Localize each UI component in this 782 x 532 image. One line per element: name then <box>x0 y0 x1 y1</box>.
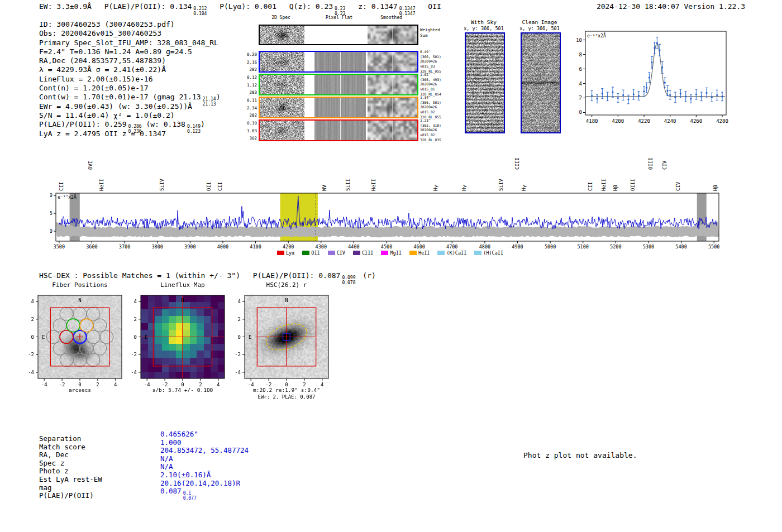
row-annotation: 0.49"(366, 501)20200426v015_03328_RL_055 <box>420 50 441 74</box>
row-annotation-line: 20200426 <box>420 59 441 64</box>
match-value-text: N/A <box>160 462 173 471</box>
y-tick-label: 4 <box>579 81 582 87</box>
x-tick-label: 3700 <box>119 244 130 249</box>
x-tick-label: 4300 <box>316 244 327 249</box>
spectrum-legend: LyαOIICIVCIIIMgIIHeII(K)CaII(H)CaII <box>56 250 724 256</box>
x-tick-label: 4240 <box>664 118 676 124</box>
match-row-value: N/A <box>160 463 249 471</box>
line-marker-label: Hγ <box>433 185 438 191</box>
info-text: RA,Dec (204.853577,55.487839) <box>39 56 166 65</box>
match-row-label: Separation <box>39 435 102 443</box>
row-annotation-line: (365, 318) <box>420 123 441 128</box>
plae-value: P(LAE)/P(OII): 0.134 <box>104 2 192 11</box>
fiber-stat: 282 <box>242 66 257 74</box>
compass-north: N <box>78 298 81 303</box>
info-text: Primary Spec_Slot_IFU_AMP: 328_083_048_R… <box>39 39 218 47</box>
fiber-stat: 302 <box>242 135 257 142</box>
info-line: Primary Spec_Slot_IFU_AMP: 328_083_048_R… <box>39 39 221 47</box>
match-row-value: N/A <box>160 455 249 463</box>
x-tick-label: 3800 <box>151 244 163 249</box>
y-tick-label: 0 <box>238 334 241 340</box>
clean-image-title: Clean Image <box>515 19 564 25</box>
y-tick-label: 0 <box>50 228 53 234</box>
info-line: LineFlux = 2.00(±0.15)e-16 <box>39 75 221 84</box>
y-tick-label: -4 <box>28 370 34 375</box>
legend-label: OII <box>311 250 320 256</box>
spec2d-row <box>259 51 418 73</box>
line-marker-label: CII <box>59 182 64 191</box>
x-tick-label: 4280 <box>716 118 728 124</box>
match-row-value: 204.853472, 55.487724 <box>160 447 249 455</box>
y-tick-label: 2 <box>238 317 241 322</box>
spec2d-image <box>260 121 304 140</box>
x-tick-label: 4 <box>114 382 117 387</box>
spec2d-col-header: Pixel Flat <box>313 15 365 20</box>
fiber-stat: 0.20 <box>242 51 257 59</box>
row-annotation-line: 1.23" <box>420 118 441 123</box>
y-tick-label: 0 <box>579 109 582 115</box>
fiber-stat: 0.11 <box>242 97 257 104</box>
pixel-flat-image <box>314 98 366 117</box>
match-value-text: 20.16(20.14,20.18)R <box>160 479 240 487</box>
compass-north: N <box>181 298 184 303</box>
info-line: λ = 4229.93Å σ = 2.41(±0.22)Å <box>39 65 221 74</box>
row-annotation-line: (366, 501) <box>420 55 441 60</box>
hsc-dex-band: (r) <box>363 271 375 280</box>
fiber-row-stats: 0.202.16282 <box>242 51 257 74</box>
x-tick-label: 4400 <box>348 244 359 249</box>
match-row-value: 2.10(±0.16)Å <box>160 471 249 480</box>
info-text: LineFlux = 2.00(±0.15)e-16 <box>39 75 153 83</box>
smoothed-image <box>368 121 417 140</box>
legend-label: Lyα <box>286 250 294 256</box>
spec2d-row <box>259 97 418 118</box>
line-marker-label: SiIV <box>159 179 165 191</box>
y-tick-label: -2 <box>131 352 137 357</box>
match-table-labels: SeparationMatch scoreRA, DecSpec zPhoto … <box>39 435 102 500</box>
uncertainty-stack: 0.10.077 <box>183 491 197 501</box>
x-tick-label: 5500 <box>708 244 719 249</box>
legend-item: HeII <box>409 250 430 256</box>
qz-value: Q(z): 0.23 <box>289 2 333 11</box>
row-annotation-line: v015_02 <box>420 110 441 115</box>
legend-label: (K)CaII <box>446 250 466 256</box>
elixer-report: EW: 3.3±0.9Å P(LAE)/P(OII): 0.1340.2120.… <box>0 0 782 532</box>
y-tick-label: -2 <box>28 352 34 357</box>
uncertainty-stack: 21.1421.13 <box>203 97 216 107</box>
info-text: P(LAE)/P(OII): 0.259 <box>39 120 127 128</box>
x-tick-label: 2 <box>96 382 99 387</box>
stack-lower: 0.123 <box>187 130 201 135</box>
fiber-row-stats: 0.101.83302 <box>242 119 257 142</box>
legend-swatch <box>474 251 481 255</box>
row-annotation: 1.23"(365, 318)20200426v015_02328_RL_035 <box>420 118 441 143</box>
line-marker-label: NV <box>322 185 327 191</box>
with-sky-coords: x, y: 366, 501 <box>459 26 508 31</box>
legend-item: OII <box>302 250 320 256</box>
line-marker-label: OIII <box>648 157 654 170</box>
x-tick-label: 4 <box>321 382 323 387</box>
with-sky-panel <box>465 32 505 133</box>
line-marker-label: CIII <box>514 157 520 170</box>
info-text: ) <box>201 120 205 128</box>
info-line: S/N = 11.4(±0.4) χ² = 1.0(±0.2) <box>39 111 221 120</box>
info-text: Cont(w) = 1.70(±0.01)e-17 (gmag 21.13 <box>39 93 201 101</box>
fiber-stat: 0.12 <box>242 74 257 82</box>
line-marker-label: Hβ <box>713 185 718 191</box>
x-tick-label: 3600 <box>86 244 97 249</box>
cutout-xlabel: m:20.2 re:1.9" s:0.4" <box>253 387 320 393</box>
row-annotation: 1.02"(366, 493)20200426v015_01328_RL_054 <box>420 73 441 97</box>
line-fit-plot: 4180420042204240426042800246810e⁻¹⁷x2Å <box>570 27 732 130</box>
row-annotation: WeightedSum <box>420 27 440 38</box>
smoothed-image <box>368 75 417 94</box>
with-sky-title: With Sky <box>459 19 508 25</box>
with-sky-image <box>466 33 504 132</box>
spec2d-image <box>260 52 304 71</box>
legend-swatch <box>277 251 284 255</box>
legend-label: CIV <box>337 250 345 256</box>
fiber-stat: 2.34 <box>242 104 257 112</box>
line-marker-label: Hγ <box>461 185 467 191</box>
match-table-values: 0.465626"1.000204.853472, 55.487724N/AN/… <box>160 430 249 496</box>
line-marker-label: Hβ <box>613 185 618 191</box>
info-text: (w: 0.138 <box>142 120 185 128</box>
match-row-label: Spec z <box>39 459 102 468</box>
line-marker-label: HeII <box>601 179 607 191</box>
